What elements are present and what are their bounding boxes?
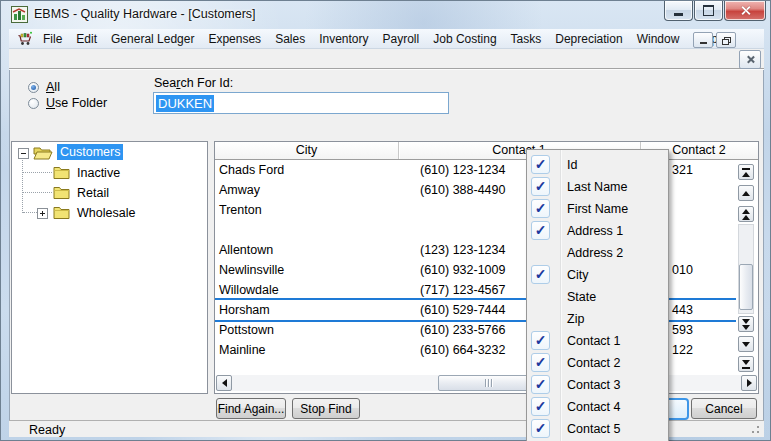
- horizontal-scrollbar: [216, 375, 757, 391]
- city-cell: Chads Ford: [219, 160, 284, 180]
- contact1-cell: (610) 664-3232: [420, 340, 505, 360]
- city-cell: Mainline: [219, 340, 266, 360]
- menubar-item-general-ledger[interactable]: General Ledger: [104, 30, 201, 48]
- scroll-thumb[interactable]: [739, 264, 753, 310]
- tree-connector: [22, 157, 23, 213]
- contact1-cell: (717) 123-4567: [420, 280, 505, 300]
- checkmark-icon: ✓: [531, 199, 550, 218]
- close-button[interactable]: [724, 1, 766, 21]
- child-close-button[interactable]: [739, 50, 761, 69]
- mdi-minimize-icon: [700, 42, 707, 44]
- app-icon: [11, 6, 28, 23]
- empty-check-slot: [531, 309, 550, 328]
- checkmark-icon: ✓: [531, 353, 550, 372]
- menubar-item-sales[interactable]: Sales: [268, 30, 312, 48]
- column-menu-item-state[interactable]: State: [527, 286, 668, 308]
- column-menu-item-address-1[interactable]: ✓Address 1: [527, 220, 668, 242]
- scroll-pageup-button[interactable]: [738, 206, 754, 222]
- contact1-cell: (123) 123-1234: [420, 240, 505, 260]
- scroll-down-button[interactable]: [738, 336, 754, 352]
- maximize-icon: [703, 5, 714, 16]
- column-separator[interactable]: [398, 142, 399, 159]
- tree-connector: [23, 192, 52, 193]
- city-cell: Trenton: [219, 200, 262, 220]
- contact1-cell: (610) 123-1234: [420, 160, 505, 180]
- contact2-cell: 122: [672, 340, 693, 360]
- scroll-first-button[interactable]: [738, 164, 754, 180]
- folder-icon: [53, 185, 70, 199]
- contact1-cell: (610) 233-5766: [420, 320, 505, 340]
- empty-check-slot: [531, 287, 550, 306]
- cart-icon[interactable]: [14, 30, 36, 48]
- menubar-item-job-costing[interactable]: Job Costing: [426, 30, 503, 48]
- tree-item-retail[interactable]: Retail: [74, 185, 112, 201]
- menubar-item-window[interactable]: Window: [630, 30, 687, 48]
- column-menu-item-contact-3[interactable]: ✓Contact 3: [527, 374, 668, 396]
- cancel-button[interactable]: Cancel: [691, 398, 757, 419]
- expander-minus-icon[interactable]: [18, 148, 29, 159]
- menubar-item-edit[interactable]: Edit: [69, 30, 104, 48]
- menubar-item-expenses[interactable]: Expenses: [201, 30, 268, 48]
- menubar-item-payroll[interactable]: Payroll: [376, 30, 427, 48]
- search-input[interactable]: DUKKEN: [153, 92, 449, 114]
- column-menu-item-contact-4[interactable]: ✓Contact 4: [527, 396, 668, 418]
- menubar-item-file[interactable]: File: [36, 30, 69, 48]
- scroll-track[interactable]: [738, 224, 754, 314]
- expander-plus-icon[interactable]: [37, 208, 48, 219]
- column-menu-label: City: [567, 268, 589, 282]
- column-menu-item-contact-1[interactable]: ✓Contact 1: [527, 330, 668, 352]
- find-again-button[interactable]: Find Again...: [216, 398, 286, 419]
- resize-grip[interactable]: [750, 424, 760, 434]
- tree-item-wholesale[interactable]: Wholesale: [74, 205, 138, 221]
- hscroll-thumb[interactable]: [438, 375, 538, 391]
- column-menu-item-city[interactable]: ✓City: [527, 264, 668, 286]
- checkmark-icon: ✓: [531, 177, 550, 196]
- scroll-right-button[interactable]: [741, 375, 757, 391]
- tree-item-customers[interactable]: Customers: [57, 144, 123, 160]
- minimize-icon: [674, 13, 683, 16]
- folder-icon: [53, 165, 70, 179]
- column-header-city[interactable]: City: [215, 143, 398, 157]
- column-menu-item-first-name[interactable]: ✓First Name: [527, 198, 668, 220]
- radio-use-folder-label: Use Folder: [46, 96, 107, 110]
- menubar-item-inventory[interactable]: Inventory: [312, 30, 375, 48]
- tree-connector: [23, 172, 52, 173]
- mdi-minimize-button[interactable]: [693, 32, 713, 48]
- contact2-cell: 010: [672, 260, 693, 280]
- column-menu-label: Contact 1: [567, 334, 621, 348]
- title-bar[interactable]: EBMS - Quality Hardware - [Customers]: [1, 1, 771, 28]
- tree-item-inactive[interactable]: Inactive: [74, 165, 123, 181]
- mdi-restore-button[interactable]: [716, 32, 736, 48]
- column-menu-item-id[interactable]: ✓Id: [527, 154, 668, 176]
- column-menu-item-contact-5[interactable]: ✓Contact 5: [527, 418, 668, 440]
- column-menu-item-zip[interactable]: Zip: [527, 308, 668, 330]
- column-menu-label: Contact 5: [567, 422, 621, 436]
- column-menu-label: Contact 2: [567, 356, 621, 370]
- city-cell: Pottstown: [219, 320, 274, 340]
- scroll-left-button[interactable]: [216, 375, 232, 391]
- scroll-last-button[interactable]: [738, 356, 754, 372]
- contact1-cell: (610) 388-4490: [420, 180, 505, 200]
- radio-use-folder-circle: [28, 98, 39, 109]
- minimize-button[interactable]: [664, 1, 693, 21]
- column-menu-label: State: [567, 290, 596, 304]
- radio-use-folder[interactable]: Use Folder: [28, 96, 107, 110]
- search-label: Search For Id:: [154, 76, 233, 90]
- stop-find-button[interactable]: Stop Find: [292, 398, 360, 419]
- checkmark-icon: ✓: [531, 375, 550, 394]
- contact2-cell: 593: [672, 320, 693, 340]
- menubar-item-depreciation[interactable]: Depreciation: [548, 30, 629, 48]
- column-menu-item-address-2[interactable]: Address 2: [527, 242, 668, 264]
- search-selected-text: DUKKEN: [156, 95, 214, 112]
- radio-all-label: All: [46, 80, 60, 94]
- menubar: FileEditGeneral LedgerExpensesSalesInven…: [9, 29, 764, 49]
- city-cell: Willowdale: [219, 280, 279, 300]
- radio-all[interactable]: All: [28, 80, 60, 94]
- scroll-up-button[interactable]: [738, 185, 754, 201]
- menubar-item-tasks[interactable]: Tasks: [504, 30, 549, 48]
- scroll-pagedown-button[interactable]: [738, 316, 754, 332]
- customer-table: City Contact 1 Contact 2 Chads Ford(610)…: [214, 141, 759, 394]
- column-menu-item-last-name[interactable]: ✓Last Name: [527, 176, 668, 198]
- maximize-button[interactable]: [694, 1, 723, 21]
- column-menu-item-contact-2[interactable]: ✓Contact 2: [527, 352, 668, 374]
